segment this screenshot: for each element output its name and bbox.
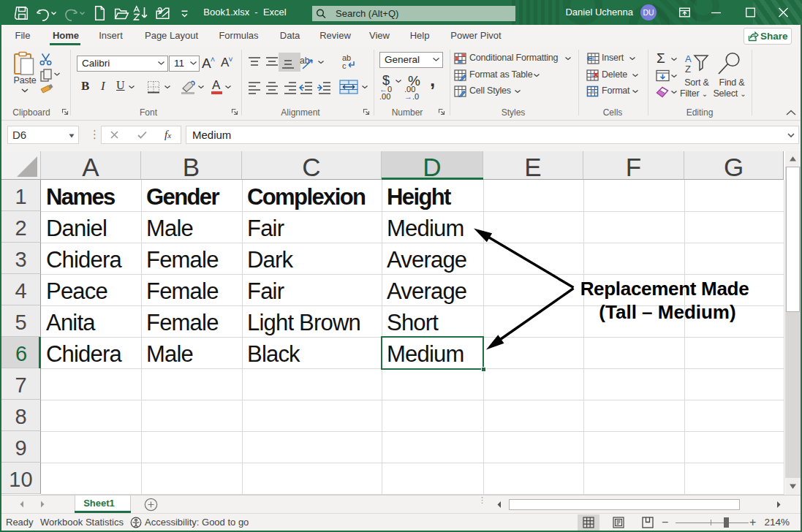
svg-text:Replacement Made: Replacement Made: [580, 278, 749, 300]
svg-text:c: c: [342, 61, 347, 70]
svg-text:(Tall – Medium): (Tall – Medium): [599, 301, 735, 323]
svg-text:Z: Z: [685, 64, 691, 74]
svg-text:A: A: [685, 53, 692, 64]
